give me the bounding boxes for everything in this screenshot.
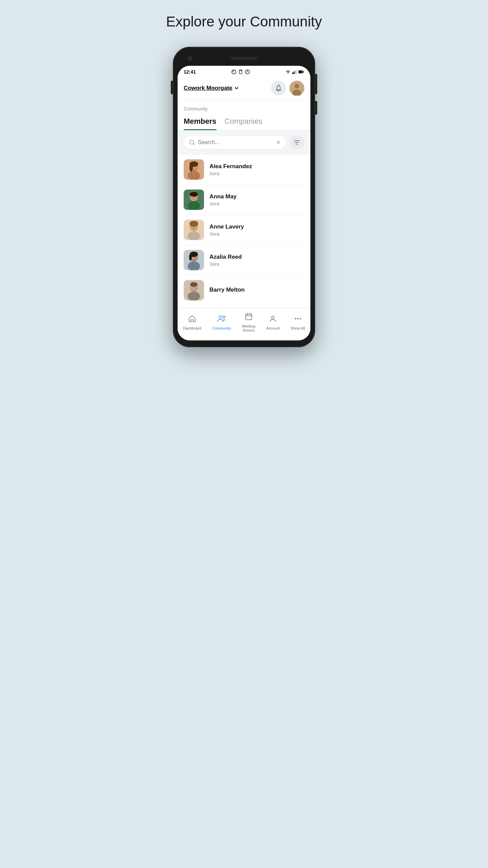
app-header: Cowork Moorgate: [178, 77, 310, 101]
svg-point-16: [294, 84, 299, 88]
svg-rect-13: [303, 71, 304, 73]
nav-meeting-rooms-label: Meeting Rooms: [242, 324, 255, 332]
svg-point-49: [190, 282, 198, 287]
calendar-svg: [245, 313, 253, 321]
user-avatar[interactable]: [289, 81, 304, 96]
nav-community[interactable]: Community: [208, 313, 235, 332]
member-item[interactable]: Anna May Xera: [178, 185, 310, 215]
wifi-icon: [285, 70, 291, 74]
chevron-down-icon: [234, 85, 239, 91]
signal-icon: [292, 70, 297, 74]
member-name: Barry Melton: [209, 287, 304, 293]
person-icon: [269, 315, 277, 325]
member-item[interactable]: Azalia Reed Xera: [178, 245, 310, 275]
nav-account[interactable]: Account: [262, 313, 284, 332]
members-list: Alea Fernandez Xera: [178, 155, 310, 308]
member-avatar-image: [184, 250, 204, 270]
member-avatar: [184, 220, 204, 240]
member-avatar-image: [184, 220, 204, 240]
search-clear-button[interactable]: ✕: [276, 139, 281, 146]
member-avatar-image: [184, 280, 204, 300]
tab-members[interactable]: Members: [184, 113, 217, 130]
nav-show-all-label: Show All: [291, 326, 305, 330]
status-icon-2: [238, 70, 243, 74]
svg-rect-10: [296, 70, 297, 74]
member-info: Azalia Reed Xera: [209, 254, 304, 267]
svg-point-33: [190, 192, 198, 197]
member-avatar: [184, 159, 204, 180]
location-text: Cowork Moorgate: [184, 85, 232, 92]
svg-point-44: [189, 254, 192, 261]
search-input-wrap: ✕: [184, 136, 286, 149]
person-svg: [269, 315, 277, 323]
nav-dashboard-label: Dashboard: [183, 326, 201, 330]
nav-community-label: Community: [212, 326, 231, 330]
filter-button[interactable]: [289, 135, 304, 150]
bell-icon: [275, 84, 282, 92]
member-item[interactable]: Barry Melton: [178, 275, 310, 308]
member-name: Anna May: [209, 193, 304, 200]
tab-companies[interactable]: Companies: [225, 113, 262, 130]
svg-point-50: [219, 316, 222, 318]
member-avatar: [184, 280, 204, 300]
search-input[interactable]: [198, 139, 273, 145]
svg-rect-52: [246, 314, 252, 320]
community-icon: [217, 315, 226, 325]
status-bar: 12:41: [178, 66, 310, 77]
bottom-navigation: Dashboard Community: [178, 308, 310, 340]
phone-speaker: [230, 57, 258, 60]
member-name: Alea Fernandez: [209, 163, 304, 170]
status-right-icons: [285, 70, 304, 74]
phone-camera: [188, 56, 192, 61]
svg-rect-7: [292, 73, 293, 74]
home-icon: [188, 315, 196, 325]
header-location[interactable]: Cowork Moorgate: [184, 85, 239, 92]
svg-rect-8: [293, 72, 294, 74]
status-left-icons: [231, 70, 250, 74]
search-icon: [189, 139, 195, 145]
member-avatar: [184, 190, 204, 210]
page-title: Explore your Community: [166, 14, 322, 30]
dots-svg: [294, 315, 302, 323]
battery-icon: [298, 70, 304, 74]
svg-point-51: [223, 316, 225, 318]
calendar-icon: [245, 313, 253, 323]
header-actions: [271, 81, 304, 96]
status-icon-1: [231, 70, 236, 74]
phone-frame: 12:41: [173, 47, 315, 347]
section-label: Community: [178, 101, 310, 113]
member-item[interactable]: Alea Fernandez Xera: [178, 155, 310, 185]
community-svg: [217, 315, 226, 323]
user-avatar-image: [289, 81, 304, 96]
member-name: Azalia Reed: [209, 254, 304, 260]
member-info: Alea Fernandez Xera: [209, 163, 304, 176]
content-area: Community Members Companies: [178, 101, 310, 308]
member-company: Xera: [209, 261, 304, 267]
member-name: Anne Lavery: [209, 223, 304, 230]
member-info: Anne Lavery Xera: [209, 223, 304, 237]
svg-rect-12: [299, 71, 302, 73]
tabs-row: Members Companies: [178, 113, 310, 130]
filter-icon: [293, 139, 300, 146]
member-info: Barry Melton: [209, 287, 304, 294]
search-row: ✕: [178, 130, 310, 155]
power-button: [315, 74, 317, 94]
svg-point-58: [297, 318, 299, 319]
svg-rect-9: [295, 71, 296, 74]
dots-icon: [294, 315, 302, 325]
nav-show-all[interactable]: Show All: [287, 313, 309, 332]
volume-down-button: [315, 101, 317, 115]
member-company: Xera: [209, 201, 304, 206]
svg-line-19: [194, 144, 195, 145]
notifications-button[interactable]: [271, 81, 286, 96]
member-avatar-image: [184, 159, 204, 180]
svg-point-56: [271, 316, 274, 319]
status-icon-3: [245, 70, 250, 74]
svg-point-38: [189, 221, 198, 227]
home-svg: [188, 315, 196, 323]
nav-dashboard[interactable]: Dashboard: [179, 313, 205, 332]
nav-account-label: Account: [266, 326, 280, 330]
svg-point-57: [295, 318, 296, 319]
member-item[interactable]: Anne Lavery Xera: [178, 215, 310, 245]
nav-meeting-rooms[interactable]: Meeting Rooms: [238, 311, 259, 334]
